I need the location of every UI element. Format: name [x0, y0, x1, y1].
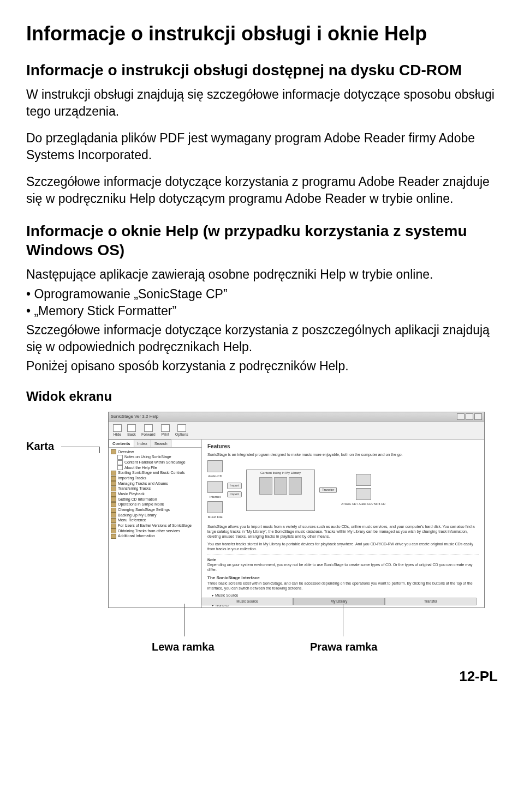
- right-frame: Features SonicStage is an integrated pro…: [202, 440, 484, 608]
- window-titlebar: SonicStage Ver 3.2 Help: [109, 412, 484, 422]
- list-item: ▸ Music Source: [212, 593, 479, 598]
- section2-bullet2: • „Memory Stick Formatter”: [26, 303, 498, 320]
- tree-item[interactable]: Changing SonicStage Settings: [111, 507, 199, 513]
- bottom-tab-my-library[interactable]: My Library: [293, 598, 385, 605]
- section2-detail: Szczegółowe informacje dotyczące korzyst…: [26, 322, 498, 356]
- left-frame: Contents Index Search Overview Notes on …: [109, 440, 202, 608]
- tree-item[interactable]: Importing Tracks: [111, 476, 199, 481]
- section2-bullet1: • Oprogramowanie „SonicStage CP”: [26, 286, 498, 303]
- lewa-ramka-label: Lewa ramka: [152, 641, 215, 653]
- internet-icon: [207, 481, 223, 493]
- audio-cd-icon: [207, 460, 223, 472]
- leader-line-icon: [184, 604, 185, 636]
- nav-tabs: Contents Index Search: [109, 440, 201, 448]
- import-button[interactable]: Import: [227, 483, 242, 489]
- maximize-icon[interactable]: [466, 413, 473, 420]
- tree-item[interactable]: For Users of Earlier Versions of SonicSt…: [111, 523, 199, 528]
- diag-label: Music File: [207, 515, 222, 520]
- note-label: Note: [207, 558, 216, 562]
- print-icon: [161, 424, 170, 432]
- section2-below: Poniżej opisano sposób korzystania z pod…: [26, 358, 498, 375]
- tree-item[interactable]: Backing Up My Library: [111, 513, 199, 518]
- forward-button[interactable]: Forward: [141, 424, 156, 436]
- tree-item[interactable]: Obtaining Tracks from other services: [111, 528, 199, 534]
- transfer-button[interactable]: Transfer: [319, 487, 337, 494]
- section1-para2: Do przeglądania plików PDF jest wymagany…: [26, 130, 498, 164]
- window-title: SonicStage Ver 3.2 Help: [111, 414, 158, 419]
- tree-item[interactable]: Overview: [111, 449, 199, 455]
- content-heading: Features: [207, 443, 479, 450]
- help-window: SonicStage Ver 3.2 Help Hide Back Forwar…: [108, 412, 485, 608]
- forward-icon: [144, 424, 153, 432]
- diag-label: Internet: [210, 495, 221, 500]
- close-icon[interactable]: [474, 413, 482, 420]
- contents-tree: Overview Notes on Using SonicStage Conte…: [109, 448, 201, 608]
- options-button[interactable]: Options: [175, 424, 188, 436]
- tree-item[interactable]: Operations in Simple Mode: [111, 502, 199, 507]
- leader-line-icon: [61, 447, 105, 458]
- section2-heading: Informacje o oknie Help (w przypadku kor…: [26, 221, 498, 260]
- back-icon: [127, 424, 136, 432]
- content-lead: SonicStage is an integrated program desi…: [207, 452, 479, 457]
- note-text: Depending on your system environment, yo…: [207, 562, 479, 572]
- print-button[interactable]: Print: [161, 424, 170, 436]
- tree-item[interactable]: Additional Information: [111, 533, 199, 539]
- my-library-box: Content listing in My Library: [246, 470, 315, 511]
- content-body1: SonicStage allows you to import music fr…: [207, 524, 479, 539]
- tab-contents[interactable]: Contents: [109, 440, 134, 447]
- section1-para3: Szczegółowe informacje dotyczące korzyst…: [26, 173, 498, 207]
- tab-search[interactable]: Search: [151, 440, 171, 447]
- page-number: 12-PL: [26, 668, 498, 685]
- section1-para1: W instrukcji obsługi znajdują się szczeg…: [26, 86, 498, 120]
- bottom-tabs: Music Source My Library Transfer: [201, 598, 477, 605]
- prawa-ramka-label: Prawa ramka: [310, 641, 377, 653]
- tree-item[interactable]: Music Playback: [111, 491, 199, 497]
- feature-diagram: Audio CD Internet Music File Import Impo…: [207, 460, 479, 520]
- content-subheading: The SonicStage Interface: [207, 575, 479, 581]
- leader-line-icon: [343, 604, 343, 636]
- import-button[interactable]: Import: [227, 491, 242, 498]
- tree-item[interactable]: Getting CD Information: [111, 497, 199, 502]
- page-title: Informacje o instrukcji obsługi i oknie …: [26, 22, 498, 45]
- tree-item[interactable]: Content Handled Within SonicStage: [117, 460, 199, 465]
- hide-icon: [113, 424, 122, 432]
- help-toolbar: Hide Back Forward Print Options: [109, 422, 484, 440]
- tree-item[interactable]: About the Help File: [117, 465, 199, 471]
- tree-item[interactable]: Menu Reference: [111, 518, 199, 523]
- disc-icon: [356, 488, 371, 500]
- bottom-tab-transfer[interactable]: Transfer: [385, 598, 477, 605]
- tree-item[interactable]: Managing Tracks and Albums: [111, 481, 199, 486]
- tree-item[interactable]: Notes on Using SonicStage: [117, 454, 199, 460]
- music-file-icon: [207, 501, 223, 513]
- diag-center-label: Content listing in My Library: [248, 471, 313, 476]
- tree-item[interactable]: Transferring Tracks: [111, 486, 199, 491]
- figure: Karta SonicStage Ver 3.2 Help Hide Back …: [26, 412, 498, 646]
- diag-label: Audio CD: [208, 474, 222, 479]
- device-icon: [356, 474, 371, 486]
- section1-heading: Informacje o instrukcji obsługi dostępne…: [26, 61, 498, 80]
- hide-button[interactable]: Hide: [113, 424, 122, 436]
- diag-label: ATRAC CD / Audio CD / MP3 CD: [341, 502, 385, 506]
- tree-item[interactable]: Starting SonicStage and Basic Controls: [111, 470, 199, 476]
- back-button[interactable]: Back: [127, 424, 136, 436]
- bottom-tab-music-source[interactable]: Music Source: [201, 598, 293, 605]
- options-icon: [177, 424, 186, 432]
- minimize-icon[interactable]: [457, 413, 465, 420]
- karta-label: Karta: [26, 440, 54, 453]
- tab-index[interactable]: Index: [134, 440, 151, 447]
- section2-intro: Następujące aplikacje zawierają osobne p…: [26, 266, 498, 283]
- content-sub-body: Three basic screens exist within SonicSt…: [207, 581, 479, 591]
- figure-section-label: Widok ekranu: [26, 389, 498, 404]
- content-body2: You can transfer tracks stored in My Lib…: [207, 542, 479, 551]
